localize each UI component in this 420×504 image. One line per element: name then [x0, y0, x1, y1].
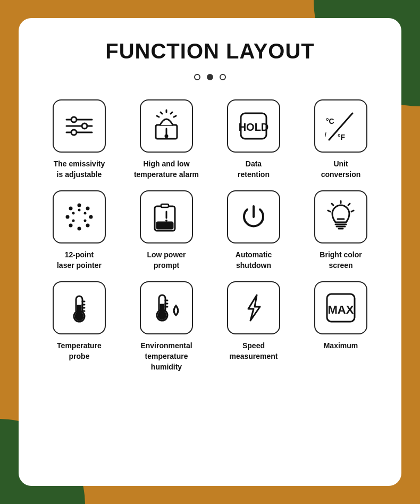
svg-line-45	[332, 204, 333, 205]
svg-text:MAX: MAX	[328, 303, 354, 316]
pagination-dots	[194, 74, 226, 80]
feature-temp-alarm: High and lowtemperature alarm	[127, 99, 206, 180]
laser-dots-icon	[62, 200, 96, 234]
svg-point-20	[78, 204, 81, 207]
feature-bright-screen: Bright colorscreen	[301, 190, 380, 271]
svg-point-26	[66, 215, 70, 219]
feature-label-maximum: Maximum	[324, 341, 358, 351]
hold-icon: HOLD	[237, 109, 271, 143]
feature-low-power: Low powerprompt	[127, 190, 206, 271]
icon-box-unit: °C / °F	[314, 99, 367, 153]
feature-speed-measurement: Speedmeasurement	[214, 281, 293, 372]
feature-env-humidity: Environmentaltemperaturehumidity	[127, 281, 206, 372]
svg-text:/: /	[325, 132, 326, 138]
icon-box-bolt	[227, 281, 280, 334]
svg-point-24	[78, 227, 81, 231]
page-title: FUNCTION LAYOUT	[105, 39, 315, 63]
feature-label-env-humidity: Environmentaltemperaturehumidity	[140, 341, 192, 372]
svg-point-21	[86, 207, 90, 211]
alarm-icon	[149, 109, 183, 143]
svg-line-46	[328, 211, 330, 212]
icon-box-emissivity	[53, 99, 106, 153]
svg-point-32	[72, 220, 75, 222]
svg-marker-62	[248, 295, 260, 321]
svg-text:HOLD: HOLD	[239, 121, 269, 133]
dot-2[interactable]	[207, 74, 213, 80]
feature-label-hold: Dataretention	[238, 159, 270, 180]
svg-point-5	[71, 130, 77, 135]
feature-label-emissivity: The emissivityis adjustable	[54, 159, 105, 180]
icon-box-env-thermo	[140, 281, 193, 334]
celsius-fahrenheit-icon: °C / °F	[324, 109, 358, 143]
svg-point-3	[82, 123, 87, 129]
feature-laser-pointer: 12-pointlaser pointer	[40, 190, 119, 271]
sliders-icon	[62, 109, 96, 143]
feature-temp-probe: Temperatureprobe	[40, 281, 119, 372]
battery-low-icon	[149, 200, 183, 234]
feature-label-battery: Low powerprompt	[147, 250, 186, 271]
svg-line-11	[157, 116, 159, 117]
icon-box-battery	[140, 190, 193, 243]
feature-auto-shutdown: Automaticshutdown	[214, 190, 293, 271]
svg-point-29	[84, 212, 87, 215]
env-thermo-icon	[149, 291, 183, 325]
svg-point-31	[72, 212, 75, 215]
svg-point-22	[89, 215, 93, 219]
icon-box-bulb	[314, 190, 367, 243]
svg-point-13	[165, 135, 167, 137]
svg-point-25	[69, 224, 73, 228]
svg-text:°C: °C	[326, 117, 334, 125]
svg-point-28	[78, 209, 81, 212]
icon-box-power	[227, 190, 280, 243]
features-grid: The emissivityis adjustable	[40, 99, 380, 372]
icon-box-thermo	[53, 281, 106, 334]
svg-point-1	[71, 117, 77, 122]
feature-label-thermo: Temperatureprobe	[57, 341, 102, 362]
svg-point-30	[84, 220, 87, 222]
svg-rect-34	[161, 204, 169, 207]
svg-line-9	[161, 112, 162, 114]
svg-point-58	[158, 312, 166, 319]
feature-emissivity: The emissivityis adjustable	[40, 99, 119, 180]
feature-label-laser: 12-pointlaser pointer	[57, 250, 102, 271]
max-icon: MAX	[324, 291, 358, 325]
svg-point-37	[165, 220, 167, 222]
svg-line-43	[348, 204, 350, 205]
svg-text:°F: °F	[338, 133, 346, 141]
bulb-icon	[324, 200, 358, 234]
icon-box-max: MAX	[314, 281, 367, 334]
feature-label-unit: Unitconversion	[321, 159, 361, 180]
thermometer-icon	[62, 291, 96, 325]
bolt-icon	[237, 291, 271, 325]
main-card: FUNCTION LAYOUT The emissivityis adjusta…	[19, 18, 401, 486]
icon-box-alarm	[140, 99, 193, 153]
feature-label-bright-screen: Bright colorscreen	[320, 250, 362, 271]
feature-label-alarm: High and lowtemperature alarm	[134, 159, 199, 180]
dot-1[interactable]	[194, 74, 200, 80]
svg-point-27	[69, 207, 73, 211]
svg-rect-35	[157, 222, 173, 229]
svg-point-23	[86, 224, 90, 228]
power-icon	[237, 200, 271, 234]
icon-box-hold: HOLD	[227, 99, 280, 153]
svg-line-10	[174, 116, 176, 117]
feature-data-retention: HOLD Dataretention	[214, 99, 293, 180]
feature-unit-conversion: °C / °F Unitconversion	[301, 99, 380, 180]
feature-label-speed: Speedmeasurement	[229, 341, 278, 362]
feature-label-shutdown: Automaticshutdown	[236, 250, 272, 271]
svg-line-8	[171, 112, 172, 114]
svg-line-44	[351, 211, 354, 212]
icon-box-laser	[53, 190, 106, 243]
svg-point-50	[75, 313, 83, 320]
feature-maximum: MAX Maximum	[301, 281, 380, 372]
dot-3[interactable]	[220, 74, 226, 80]
